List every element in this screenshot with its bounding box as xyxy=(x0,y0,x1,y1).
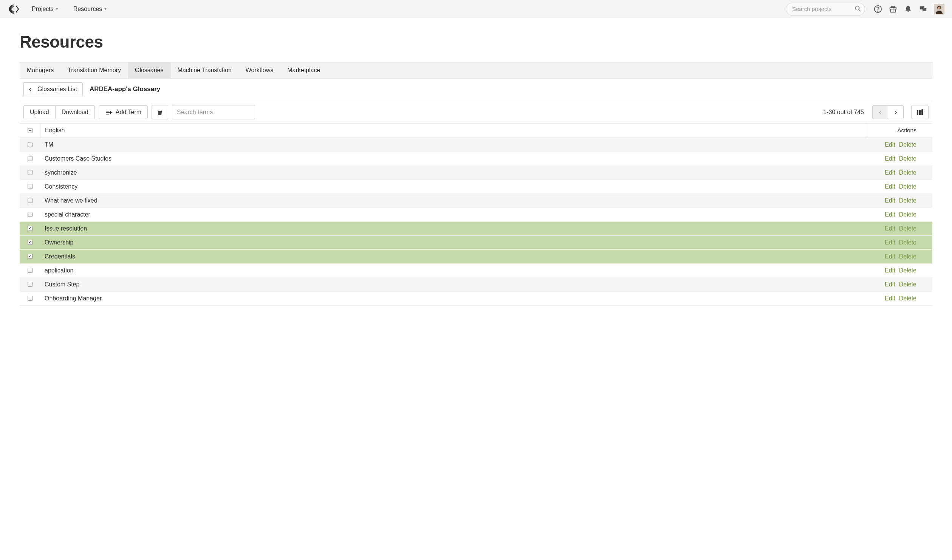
back-label: Glossaries List xyxy=(37,86,77,93)
delete-link[interactable]: Delete xyxy=(899,267,916,274)
columns-button[interactable] xyxy=(911,105,929,119)
term-cell: Consistency xyxy=(40,183,866,190)
term-search-input[interactable] xyxy=(172,105,255,119)
term-cell: Issue resolution xyxy=(40,225,866,232)
edit-link[interactable]: Edit xyxy=(885,239,895,246)
download-button[interactable]: Download xyxy=(56,105,95,119)
row-checkbox[interactable] xyxy=(28,226,33,231)
edit-link[interactable]: Edit xyxy=(885,295,895,302)
delete-link[interactable]: Delete xyxy=(899,155,916,162)
edit-link[interactable]: Edit xyxy=(885,169,895,176)
edit-link[interactable]: Edit xyxy=(885,211,895,218)
tab-machine-translation[interactable]: Machine Translation xyxy=(171,62,239,78)
edit-link[interactable]: Edit xyxy=(885,197,895,204)
search-icon[interactable] xyxy=(854,5,861,12)
delete-link[interactable]: Delete xyxy=(899,183,916,190)
delete-link[interactable]: Delete xyxy=(899,295,916,302)
select-all-checkbox[interactable] xyxy=(28,128,33,133)
delete-link[interactable]: Delete xyxy=(899,169,916,176)
toolbar: Upload Download Add Term 1-30 out of 745 xyxy=(20,101,932,123)
prev-page-button[interactable] xyxy=(872,105,888,119)
edit-link[interactable]: Edit xyxy=(885,141,895,148)
term-cell: application xyxy=(40,267,866,274)
current-glossary-name: ARDEA-app's Glossary xyxy=(90,85,160,93)
table-row: synchronizeEditDelete xyxy=(20,166,932,180)
delete-link[interactable]: Delete xyxy=(899,225,916,232)
bell-icon[interactable] xyxy=(901,5,916,13)
tab-glossaries[interactable]: Glossaries xyxy=(128,62,171,78)
row-check-cell xyxy=(20,184,40,189)
delete-link[interactable]: Delete xyxy=(899,281,916,288)
row-checkbox[interactable] xyxy=(28,170,33,175)
row-checkbox[interactable] xyxy=(28,268,33,273)
row-check-cell xyxy=(20,156,40,161)
nav-projects[interactable]: Projects ▾ xyxy=(32,6,58,12)
actions-cell: EditDelete xyxy=(866,267,932,274)
actions-cell: EditDelete xyxy=(866,253,932,260)
row-checkbox[interactable] xyxy=(28,296,33,301)
app-logo[interactable] xyxy=(8,3,21,15)
actions-cell: EditDelete xyxy=(866,141,932,148)
term-cell: What have we fixed xyxy=(40,197,866,204)
breadcrumb: Glossaries List ARDEA-app's Glossary xyxy=(20,79,932,101)
row-checkbox[interactable] xyxy=(28,254,33,259)
avatar-image xyxy=(934,4,944,14)
actions-cell: EditDelete xyxy=(866,197,932,204)
row-check-cell xyxy=(20,226,40,231)
tab-workflows[interactable]: Workflows xyxy=(239,62,281,78)
row-checkbox[interactable] xyxy=(28,184,33,189)
trash-button[interactable] xyxy=(152,105,168,119)
chevron-right-icon xyxy=(893,109,899,116)
row-checkbox[interactable] xyxy=(28,156,33,161)
tab-marketplace[interactable]: Marketplace xyxy=(280,62,327,78)
upload-button[interactable]: Upload xyxy=(23,105,56,119)
svg-point-18 xyxy=(158,110,162,111)
column-header-english[interactable]: English xyxy=(40,124,866,138)
project-search-input[interactable] xyxy=(786,3,865,15)
row-checkbox[interactable] xyxy=(28,240,33,245)
terms-table: English Actions TMEditDeleteCustomers Ca… xyxy=(20,123,932,306)
search-wrap xyxy=(786,3,865,15)
edit-link[interactable]: Edit xyxy=(885,267,895,274)
avatar[interactable] xyxy=(934,4,944,14)
add-term-button[interactable]: Add Term xyxy=(99,105,148,119)
delete-link[interactable]: Delete xyxy=(899,211,916,218)
svg-point-3 xyxy=(878,11,878,11)
row-checkbox[interactable] xyxy=(28,282,33,287)
tab-managers[interactable]: Managers xyxy=(20,62,61,78)
chevron-left-icon xyxy=(877,109,883,116)
row-checkbox[interactable] xyxy=(28,212,33,217)
table-row: OwnershipEditDelete xyxy=(20,236,932,250)
columns-icon xyxy=(916,108,924,116)
edit-link[interactable]: Edit xyxy=(885,225,895,232)
delete-link[interactable]: Delete xyxy=(899,141,916,148)
edit-link[interactable]: Edit xyxy=(885,183,895,190)
next-page-button[interactable] xyxy=(888,105,904,119)
edit-link[interactable]: Edit xyxy=(885,155,895,162)
row-check-cell xyxy=(20,212,40,217)
page: Resources ManagersTranslation MemoryGlos… xyxy=(0,18,952,306)
chat-icon[interactable] xyxy=(916,5,931,13)
edit-link[interactable]: Edit xyxy=(885,253,895,260)
upload-download-group: Upload Download xyxy=(23,105,95,119)
row-checkbox[interactable] xyxy=(28,142,33,147)
term-cell: Custom Step xyxy=(40,281,866,288)
delete-link[interactable]: Delete xyxy=(899,197,916,204)
delete-link[interactable]: Delete xyxy=(899,239,916,246)
gift-icon[interactable] xyxy=(885,5,901,13)
actions-cell: EditDelete xyxy=(866,295,932,302)
row-check-cell xyxy=(20,198,40,203)
svg-line-1 xyxy=(859,10,861,12)
actions-cell: EditDelete xyxy=(866,225,932,232)
delete-link[interactable]: Delete xyxy=(899,253,916,260)
table-row: Custom StepEditDelete xyxy=(20,278,932,292)
pager-group xyxy=(872,105,904,119)
tabbar: ManagersTranslation MemoryGlossariesMach… xyxy=(20,62,932,79)
edit-link[interactable]: Edit xyxy=(885,281,895,288)
row-checkbox[interactable] xyxy=(28,198,33,203)
back-to-glossaries-button[interactable]: Glossaries List xyxy=(23,82,83,96)
term-cell: synchronize xyxy=(40,169,866,176)
help-icon[interactable] xyxy=(870,5,885,13)
nav-resources[interactable]: Resources ▾ xyxy=(73,6,107,12)
tab-translation-memory[interactable]: Translation Memory xyxy=(61,62,128,78)
